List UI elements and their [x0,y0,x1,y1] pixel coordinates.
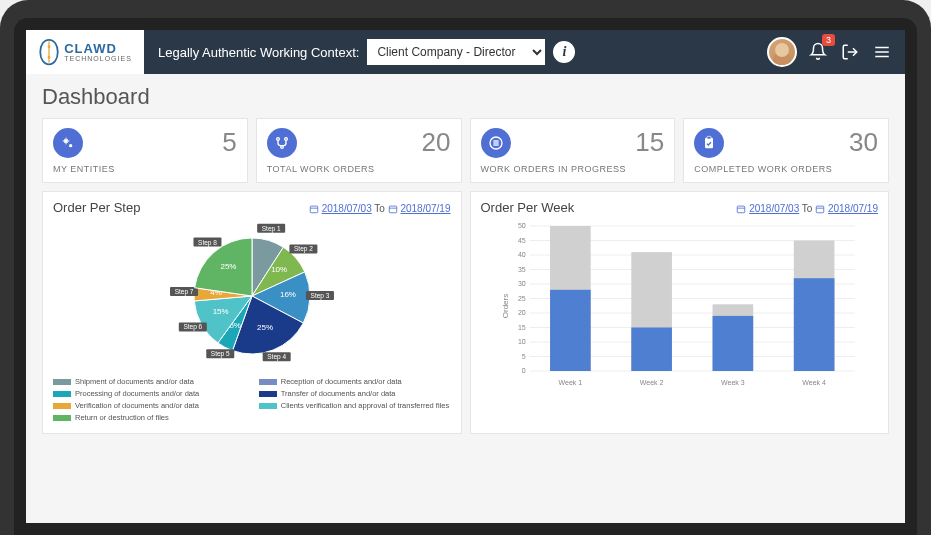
avatar[interactable] [767,37,797,67]
legend-swatch [53,379,71,385]
svg-text:5: 5 [521,353,525,360]
legend-swatch [259,403,277,409]
svg-text:40: 40 [517,251,525,258]
svg-rect-43 [738,206,746,213]
legend-item: Clients verification and approval of tra… [259,401,451,410]
svg-text:Step 2: Step 2 [294,245,313,253]
info-icon[interactable]: i [553,41,575,63]
svg-text:15%: 15% [212,307,228,316]
brand-sub: TECHNOLOGIES [64,55,132,62]
page-title: Dashboard [42,84,889,110]
to-text: To [374,203,385,214]
legend-item: Processing of documents and/or data [53,389,245,398]
legend-label: Transfer of documents and/or data [281,389,396,398]
svg-rect-79 [793,278,834,371]
svg-rect-45 [816,206,824,213]
svg-text:Step 3: Step 3 [310,292,329,300]
branch-icon [267,128,297,158]
svg-rect-73 [631,328,672,372]
svg-text:Week 1: Week 1 [558,379,582,386]
brand-name: CLAWD [64,42,132,55]
legend-label: Reception of documents and/or data [281,377,402,386]
legend-label: Shipment of documents and/or data [75,377,194,386]
svg-text:10%: 10% [271,265,287,274]
context-select[interactable]: Client Company - Director [367,39,545,65]
logout-icon[interactable] [841,43,859,61]
svg-text:Week 3: Week 3 [721,379,745,386]
gears-icon [53,128,83,158]
calendar-icon [388,204,398,214]
svg-text:35: 35 [517,266,525,273]
stat-value: 30 [849,127,878,158]
notification-badge: 3 [822,34,835,46]
context-label: Legally Authentic Working Context: [158,45,359,60]
svg-text:Week 4: Week 4 [802,379,826,386]
legend-swatch [53,403,71,409]
svg-rect-18 [389,206,397,213]
panel-order-per-step: Order Per Step 2018/07/03 To 2018/07/19 … [42,191,462,434]
svg-point-7 [276,137,279,140]
svg-point-0 [48,45,51,48]
svg-text:16%: 16% [280,290,296,299]
legend-swatch [53,391,71,397]
legend-item: Return or destruction of files [53,413,245,422]
svg-rect-16 [310,206,318,213]
svg-text:50: 50 [517,222,525,229]
svg-text:Step 5: Step 5 [211,350,230,358]
svg-text:15: 15 [517,324,525,331]
svg-text:45: 45 [517,237,525,244]
stat-label: TOTAL WORK ORDERS [267,164,451,174]
svg-rect-76 [712,316,753,371]
svg-rect-15 [707,136,711,139]
svg-text:Step 4: Step 4 [267,353,286,361]
svg-text:Step 8: Step 8 [198,239,217,247]
calendar-icon [736,204,746,214]
date-to[interactable]: 2018/07/19 [828,203,878,214]
bar-chart: 05101520253035404550Week 1Week 2Week 3We… [481,221,879,391]
stat-value: 20 [422,127,451,158]
legend-swatch [53,415,71,421]
legend-swatch [259,379,277,385]
svg-point-8 [284,137,287,140]
legend-swatch [259,391,277,397]
to-text: To [802,203,813,214]
notifications-button[interactable]: 3 [809,42,827,63]
legend-label: Verification of documents and/or data [75,401,199,410]
stat-card-total[interactable]: 20 TOTAL WORK ORDERS [256,118,462,183]
top-navbar: CLAWD TECHNOLOGIES Legally Authentic Wor… [26,30,905,74]
svg-text:10: 10 [517,338,525,345]
legend-label: Return or destruction of files [75,413,169,422]
svg-text:25%: 25% [220,262,236,271]
stat-value: 5 [222,127,236,158]
list-icon [481,128,511,158]
hamburger-icon[interactable] [873,43,891,61]
pie-chart: Step 110%Step 216%Step 325%Step 45%Step … [167,221,337,371]
calendar-icon [309,204,319,214]
svg-text:25%: 25% [257,323,273,332]
logo-icon [38,38,60,66]
panel-title: Order Per Week [481,200,575,215]
svg-rect-70 [550,290,591,371]
legend-item: Reception of documents and/or data [259,377,451,386]
svg-text:Week 2: Week 2 [639,379,663,386]
svg-text:25: 25 [517,295,525,302]
legend-item: Transfer of documents and/or data [259,389,451,398]
stat-card-entities[interactable]: 5 MY ENTITIES [42,118,248,183]
svg-text:Orders: Orders [500,294,509,318]
brand-logo[interactable]: CLAWD TECHNOLOGIES [26,30,144,74]
clipboard-icon [694,128,724,158]
svg-point-1 [48,56,51,59]
stat-card-completed[interactable]: 30 COMPLETED WORK ORDERS [683,118,889,183]
panel-title: Order Per Step [53,200,140,215]
svg-text:0: 0 [521,367,525,374]
svg-text:Step 6: Step 6 [183,323,202,331]
calendar-icon [815,204,825,214]
svg-point-6 [69,144,72,147]
panel-order-per-week: Order Per Week 2018/07/03 To 2018/07/19 … [470,191,890,434]
stat-card-progress[interactable]: 15 WORK ORDERS IN PROGRESS [470,118,676,183]
date-to[interactable]: 2018/07/19 [400,203,450,214]
date-from[interactable]: 2018/07/03 [749,203,799,214]
svg-text:Step 1: Step 1 [262,225,281,233]
date-from[interactable]: 2018/07/03 [322,203,372,214]
legend-item: Verification of documents and/or data [53,401,245,410]
